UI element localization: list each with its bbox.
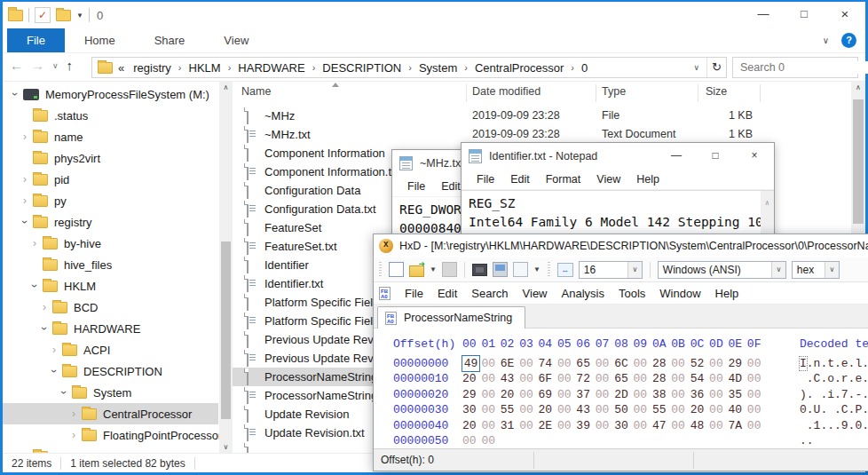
hex-byte[interactable]: 43: [576, 402, 595, 418]
hex-byte[interactable]: 00: [481, 387, 500, 403]
hex-byte[interactable]: 00: [481, 418, 500, 434]
scrollbar-thumb[interactable]: [221, 241, 231, 419]
tab-share[interactable]: Share: [135, 28, 205, 52]
breadcrumb-segment-centralprocessor[interactable]: CentralProcessor: [471, 61, 567, 75]
hex-byte[interactable]: 30: [462, 402, 481, 418]
maximize-button[interactable]: □: [784, 2, 825, 28]
column-divider[interactable]: [596, 84, 596, 102]
help-icon[interactable]: ?: [841, 33, 856, 48]
maximize-button[interactable]: □: [696, 143, 735, 170]
hex-byte[interactable]: 31: [501, 418, 519, 434]
hex-row-00000030[interactable]: 0000003030005500200043005000550020004000…: [374, 402, 868, 418]
hex-byte[interactable]: 00: [557, 387, 576, 403]
hex-row-00000000[interactable]: 0000000049006E00740065006C00280052002900…: [374, 356, 868, 372]
hex-byte[interactable]: 00: [557, 356, 576, 372]
hex-byte[interactable]: 00: [596, 387, 614, 403]
hex-byte[interactable]: 00: [671, 387, 690, 403]
hxd-menu-window[interactable]: Window: [652, 287, 707, 300]
encoding-select[interactable]: Windows (ANSI) ∨: [658, 261, 786, 279]
hex-byte[interactable]: 00: [709, 418, 728, 434]
hex-row-00000020[interactable]: 0000002029002000690037002D00380036003500…: [374, 387, 868, 403]
hex-byte[interactable]: 00: [519, 387, 538, 403]
tree-item-pid[interactable]: ›pid: [3, 169, 218, 190]
collapsed-path-icon[interactable]: «: [118, 61, 124, 75]
tree-expanded-icon[interactable]: ›: [58, 387, 70, 398]
breadcrumb-segment-hklm[interactable]: HKLM: [185, 61, 225, 75]
tree-collapsed-icon[interactable]: ›: [39, 301, 50, 313]
hex-byte[interactable]: 00: [481, 356, 500, 372]
hxd-menu-file[interactable]: File: [398, 287, 430, 300]
hex-byte[interactable]: 2D: [614, 387, 633, 403]
hex-byte[interactable]: 40: [728, 402, 746, 418]
address-bar[interactable]: « registry›HKLM›HARDWARE›DESCRIPTION›Sys…: [91, 57, 727, 78]
tree-expanded-icon[interactable]: ›: [38, 323, 51, 334]
hex-byte[interactable]: 00: [634, 387, 652, 403]
hex-byte[interactable]: 37: [576, 387, 595, 403]
hex-byte[interactable]: 7A: [728, 418, 746, 434]
close-button[interactable]: ×: [735, 143, 774, 170]
tab-view[interactable]: View: [204, 28, 268, 52]
tree-collapsed-icon[interactable]: ›: [68, 408, 79, 420]
forward-button[interactable]: →: [31, 58, 44, 73]
tree-item-centralprocessor[interactable]: ›CentralProcessor: [3, 403, 218, 424]
recent-locations-icon[interactable]: ∨: [52, 61, 59, 70]
tree-collapsed-icon[interactable]: ›: [29, 237, 40, 249]
hex-byte[interactable]: 00: [596, 418, 614, 434]
hex-byte[interactable]: 00: [596, 356, 614, 372]
tree-item-bcd[interactable]: ›BCD: [3, 297, 218, 318]
hxd-menu-edit[interactable]: Edit: [430, 287, 464, 300]
hex-byte[interactable]: 00: [519, 418, 538, 434]
hex-byte[interactable]: 30: [614, 418, 633, 434]
hex-row-00000050[interactable]: 000000500000..: [374, 433, 868, 447]
hex-byte[interactable]: 00: [671, 371, 690, 387]
tab-home[interactable]: Home: [65, 28, 135, 52]
hex-byte[interactable]: 00: [519, 371, 538, 387]
hex-byte[interactable]: 49: [462, 356, 479, 372]
new-file-icon[interactable]: [389, 262, 404, 277]
qat-dropdown-icon[interactable]: ▼: [76, 12, 83, 20]
hxd-titlebar[interactable]: HxD - [M:\registry\HKLM\HARDWARE\DESCRIP…: [374, 234, 868, 257]
tree-collapsed-icon[interactable]: ›: [68, 429, 79, 441]
hex-byte[interactable]: 38: [652, 387, 671, 403]
column-header-size[interactable]: Size: [706, 85, 727, 98]
hex-row-00000040[interactable]: 00000040200031002E0039003000470048007A00…: [374, 418, 868, 434]
expand-ribbon-icon[interactable]: ∨: [823, 36, 829, 45]
hex-byte[interactable]: 20: [462, 418, 481, 434]
hex-byte[interactable]: 29: [728, 356, 746, 372]
tab-file[interactable]: File: [7, 28, 65, 52]
hex-byte[interactable]: 00: [671, 356, 690, 372]
tree-item-acpi[interactable]: ›ACPI: [3, 339, 218, 360]
scroll-up-icon[interactable]: ∧: [851, 83, 865, 91]
notepad-identifier-menu-view[interactable]: View: [588, 173, 628, 186]
hex-byte[interactable]: 00: [634, 371, 652, 387]
tools-doc-icon[interactable]: [513, 262, 528, 277]
tree-expanded-icon[interactable]: ›: [28, 281, 41, 291]
address-dropdown-icon[interactable]: ∨: [686, 63, 706, 72]
hxd-menu-analysis[interactable]: Analysis: [555, 287, 612, 300]
hex-byte[interactable]: 00: [557, 418, 576, 434]
hex-byte[interactable]: 00: [671, 402, 690, 418]
breadcrumb-segment-hardware[interactable]: HARDWARE: [234, 61, 308, 75]
open-disk-icon[interactable]: [493, 262, 508, 277]
hxd-menu-help[interactable]: Help: [708, 287, 746, 300]
tree-item-hive-files[interactable]: hive_files: [3, 254, 218, 275]
ram-icon[interactable]: [472, 264, 487, 276]
hex-byte[interactable]: 28: [652, 356, 671, 372]
hex-byte[interactable]: 00: [481, 402, 500, 418]
hex-byte[interactable]: 00: [709, 371, 728, 387]
properties-check-icon[interactable]: ✓: [35, 7, 51, 23]
new-folder-icon[interactable]: [56, 10, 71, 21]
hex-byte[interactable]: 52: [690, 356, 709, 372]
column-header-type[interactable]: Type: [602, 85, 626, 98]
hex-byte[interactable]: 4D: [728, 371, 746, 387]
breadcrumb-segment-description[interactable]: DESCRIPTION: [319, 61, 405, 75]
hex-byte[interactable]: 6C: [614, 356, 633, 372]
tree-item-registry[interactable]: ›registry: [3, 211, 218, 233]
tree-item-hklm[interactable]: ›HKLM: [3, 275, 218, 297]
hex-byte[interactable]: 00: [709, 356, 728, 372]
hex-byte[interactable]: 00: [481, 433, 500, 447]
hex-byte[interactable]: 00: [634, 402, 652, 418]
hex-byte[interactable]: 20: [462, 371, 481, 387]
breadcrumb-segment-system[interactable]: System: [415, 61, 461, 75]
hex-byte[interactable]: 55: [652, 402, 671, 418]
